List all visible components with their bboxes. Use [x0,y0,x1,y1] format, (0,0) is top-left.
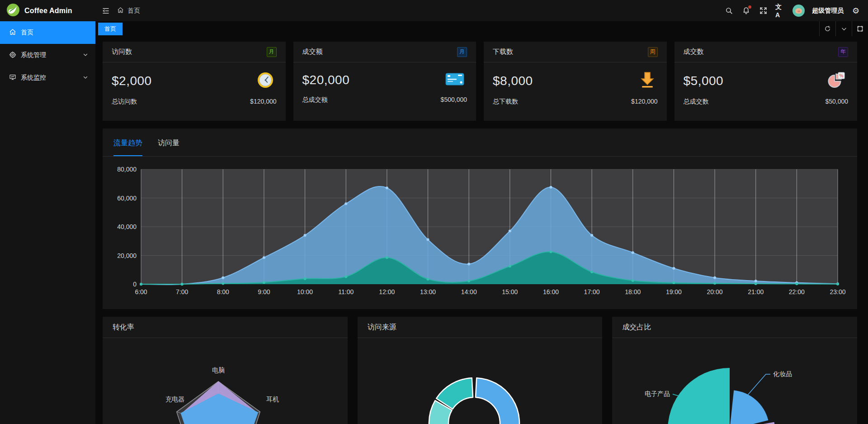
svg-text:耳机: 耳机 [266,395,279,403]
avatar[interactable] [793,5,805,17]
tab-visit-volume[interactable]: 访问量 [158,138,179,156]
gear-icon [9,51,16,60]
card-footer-label: 总成交数 [684,98,709,106]
credit-card-icon [445,71,464,89]
card-footer-value: $120,000 [631,98,657,106]
visit-source-card: 访问来源 [358,317,603,424]
page-tab-home[interactable]: 首页 [98,23,123,35]
sidebar: Coffee Admin 首页 系统管理 [0,0,95,424]
content: 访问数 月 $2,000 [95,36,868,424]
main-area: 首页 [95,0,868,424]
settings-gear-icon[interactable]: ⚙ [851,6,861,16]
chevron-down-icon [83,52,88,59]
topbar: 首页 [95,0,868,21]
period-badge: 月 [267,47,277,57]
bell-icon[interactable] [741,6,751,16]
period-badge: 月 [457,47,467,57]
svg-text:40,000: 40,000 [117,223,137,230]
breadcrumb[interactable]: 首页 [117,7,140,15]
clock-icon [257,71,274,91]
trend-chart-card: 流量趋势 访问量 6:007:008:009:0010:0011:0012:00… [103,129,857,309]
card-title: 访问数 [112,48,132,56]
svg-text:21:00: 21:00 [748,288,764,295]
fullscreen-icon[interactable] [758,6,768,16]
app-title: Coffee Admin [24,7,72,15]
svg-text:17:00: 17:00 [584,288,600,295]
refresh-icon[interactable] [819,21,835,36]
sidebar-item-label: 首页 [21,29,88,37]
svg-text:12:00: 12:00 [379,288,395,295]
download-icon [640,71,655,91]
pie-icon: % [827,71,845,91]
svg-text:电子产品: 电子产品 [645,390,670,397]
svg-text:13:00: 13:00 [420,288,436,295]
bottom-row: 转化率 电脑耳机充电器 访问来源 成交占比 电子产品化妆品 [103,317,857,424]
svg-text:14:00: 14:00 [461,288,477,295]
svg-text:18:00: 18:00 [625,288,641,295]
card-footer-label: 总访问数 [112,98,137,106]
svg-text:7:00: 7:00 [176,288,188,295]
trend-tabs: 流量趋势 访问量 [103,129,857,157]
svg-text:20:00: 20:00 [707,288,723,295]
sidebar-item-label: 系统管理 [21,51,78,59]
svg-text:%: % [840,73,844,78]
card-value: $2,000 [112,74,152,88]
svg-text:23:00: 23:00 [830,288,845,295]
chevron-down-icon [83,74,88,81]
sidebar-item-home[interactable]: 首页 [0,21,95,44]
breadcrumb-label: 首页 [127,7,140,15]
svg-text:8:00: 8:00 [217,288,229,295]
svg-text:9:00: 9:00 [258,288,270,295]
card-title: 下载数 [493,48,513,56]
card-footer-value: $50,000 [825,98,848,106]
card-title: 成交数 [684,48,704,56]
home-icon [9,29,16,37]
svg-text:19:00: 19:00 [666,288,682,295]
svg-text:充电器: 充电器 [165,395,184,403]
page-tabbar: 首页 [95,21,868,36]
sidebar-item-system-monitor[interactable]: 系统监控 [0,67,95,89]
svg-text:22:00: 22:00 [789,288,805,295]
deal-share-pie-chart: 电子产品化妆品 [612,338,857,424]
home-icon [117,7,124,15]
translate-icon[interactable]: 文A [775,6,785,16]
stats-row: 访问数 月 $2,000 [103,42,857,121]
stat-card-deals: 成交数 年 $5,000 % [675,42,858,121]
card-title: 访问来源 [368,323,396,332]
sidebar-item-label: 系统监控 [21,74,78,82]
svg-text:60,000: 60,000 [117,195,137,202]
monitor-icon [9,74,16,82]
card-title: 成交占比 [622,323,651,332]
traffic-trend-area-chart: 6:007:008:009:0010:0011:0012:0013:0014:0… [103,157,857,309]
card-title: 成交额 [302,48,323,56]
conversion-rate-card: 转化率 电脑耳机充电器 [103,317,348,424]
deal-share-card: 成交占比 电子产品化妆品 [612,317,857,424]
conversion-radar-chart: 电脑耳机充电器 [103,338,348,424]
tab-traffic-trend[interactable]: 流量趋势 [113,138,142,156]
svg-text:0: 0 [133,281,137,288]
username: 超级管理员 [812,7,844,15]
card-value: $20,000 [302,73,350,87]
stat-card-downloads: 下载数 周 $8,000 总下载数 [484,42,667,121]
sidebar-collapse-icon[interactable] [101,6,111,16]
svg-text:6:00: 6:00 [135,288,147,295]
svg-text:15:00: 15:00 [502,288,518,295]
card-footer-label: 总成交额 [302,96,328,104]
stat-card-visits: 访问数 月 $2,000 [103,42,286,121]
card-value: $5,000 [684,74,724,88]
search-icon[interactable] [724,6,734,16]
card-title: 转化率 [113,323,134,332]
chevron-down-icon[interactable] [835,21,852,36]
svg-text:80,000: 80,000 [117,166,137,173]
svg-text:20,000: 20,000 [117,252,137,259]
notification-dot [748,5,751,9]
svg-text:10:00: 10:00 [297,288,313,295]
svg-text:16:00: 16:00 [543,288,559,295]
logo: Coffee Admin [0,0,95,21]
period-badge: 年 [838,47,848,57]
spring-leaf-logo-icon [6,3,20,19]
svg-text:电脑: 电脑 [212,367,225,374]
period-badge: 周 [648,47,658,57]
sidebar-item-system-management[interactable]: 系统管理 [0,44,95,67]
maximize-icon[interactable] [852,21,868,36]
